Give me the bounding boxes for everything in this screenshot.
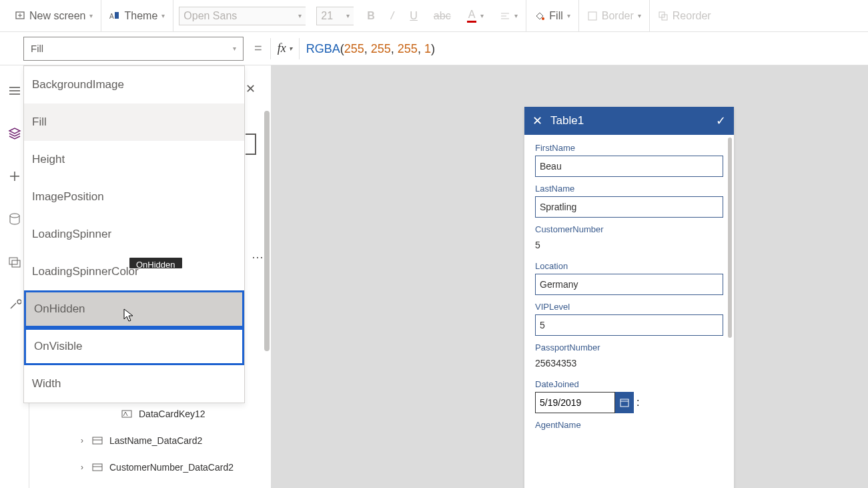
field-lastname: LastName (535, 184, 723, 218)
time-separator: : (634, 397, 639, 409)
new-screen-label: New screen (29, 10, 85, 22)
new-screen-icon (15, 11, 25, 21)
location-input[interactable] (535, 274, 723, 295)
fill-button[interactable]: Fill ▾ (526, 0, 578, 31)
field-datejoined: DateJoined : (535, 379, 723, 413)
reorder-button[interactable]: Reorder (650, 0, 719, 31)
formula-bar: Fill ▾ = fx ▾ RGBA(255, 255, 255, 1) (0, 32, 868, 65)
insert-icon[interactable] (8, 170, 21, 183)
dropdown-item-loadingspinner[interactable]: LoadingSpinner (24, 216, 244, 253)
field-customernumber: CustomerNumber 5 (535, 224, 723, 254)
top-toolbar: New screen ▾ A Theme ▾ Open Sans ▾ 21 ▾ … (0, 0, 868, 32)
font-name: Open Sans (183, 10, 237, 22)
chevron-right-icon: › (79, 463, 85, 472)
tree-view-icon[interactable] (8, 127, 21, 140)
lastname-input[interactable] (535, 196, 723, 218)
media-icon[interactable] (8, 255, 21, 268)
svg-point-8 (542, 17, 544, 20)
datejoined-label: DateJoined (535, 379, 723, 389)
calendar-icon[interactable] (615, 392, 634, 413)
chevron-down-icon: ▾ (89, 12, 93, 19)
svg-rect-19 (12, 260, 20, 267)
chevron-down-icon: ▾ (346, 12, 350, 19)
theme-button[interactable]: A Theme ▾ (101, 0, 173, 31)
dropdown-item-fill[interactable]: Fill (24, 103, 244, 141)
italic-button[interactable]: / (383, 0, 402, 31)
dropdown-item-backgroundimage[interactable]: BackgroundImage (24, 66, 244, 103)
canvas: ✕ Table1 ✓ FirstName LastName CustomerNu… (271, 65, 868, 488)
strike-button[interactable]: abc (426, 0, 459, 31)
tools-icon[interactable] (8, 298, 21, 311)
field-passport: PassportNumber 25634353 (535, 342, 723, 373)
font-size-select[interactable]: 21 ▾ (316, 7, 354, 25)
form-title: Table1 (542, 114, 716, 128)
lastname-label: LastName (535, 184, 723, 194)
svg-point-17 (10, 214, 19, 218)
reorder-label: Reorder (673, 10, 711, 22)
font-size: 21 (321, 10, 333, 22)
property-dropdown: BackgroundImage Fill Height ImagePositio… (23, 65, 245, 403)
border-button[interactable]: Border ▾ (579, 0, 650, 31)
formula-input[interactable]: RGBA(255, 255, 255, 1) (306, 41, 435, 56)
close-panel-icon[interactable]: ✕ (246, 81, 256, 96)
form-header: ✕ Table1 ✓ (524, 107, 734, 135)
property-selector[interactable]: Fill ▾ (23, 37, 244, 61)
search-box-stub (246, 134, 256, 155)
submit-icon[interactable]: ✓ (716, 113, 726, 128)
phone-preview: ✕ Table1 ✓ FirstName LastName CustomerNu… (524, 107, 734, 488)
font-color-button[interactable]: A▾ (459, 0, 492, 31)
field-viplevel: VIPLevel (535, 302, 723, 336)
dropdown-item-width[interactable]: Width (24, 365, 244, 403)
passport-label: PassportNumber (535, 342, 723, 352)
border-icon (587, 11, 598, 21)
card-icon (92, 462, 103, 473)
panel-scrollbar[interactable] (264, 67, 270, 487)
tree-item-lastname-datacard[interactable]: › LastName_DataCard2 (79, 427, 259, 454)
new-screen-button[interactable]: New screen ▾ (7, 0, 101, 31)
viplevel-input[interactable] (535, 314, 723, 336)
svg-rect-4 (115, 12, 119, 19)
equals-sign: = (254, 41, 262, 56)
datejoined-input[interactable] (535, 392, 615, 413)
dropdown-item-onvisible[interactable]: OnVisible (24, 328, 244, 365)
chevron-down-icon: ▾ (161, 12, 165, 19)
field-location: Location (535, 261, 723, 295)
field-agentname: AgentName (535, 420, 723, 430)
cancel-icon[interactable]: ✕ (532, 113, 542, 128)
underline-button[interactable]: U (402, 0, 426, 31)
more-icon[interactable]: ⋯ (252, 250, 265, 264)
fx-button[interactable]: fx ▾ (278, 41, 292, 55)
chevron-right-icon: › (79, 436, 85, 445)
passport-value: 25634353 (535, 355, 723, 373)
firstname-label: FirstName (535, 143, 723, 153)
location-label: Location (535, 261, 723, 271)
hamburger-icon[interactable] (8, 84, 21, 97)
border-label: Border (602, 10, 634, 22)
bold-button[interactable]: B (359, 0, 383, 31)
theme-icon: A (109, 11, 120, 21)
dropdown-item-imageposition[interactable]: ImagePosition (24, 178, 244, 216)
chevron-down-icon: ▾ (298, 12, 302, 19)
font-select[interactable]: Open Sans ▾ (179, 7, 306, 25)
card-icon (92, 435, 103, 446)
svg-rect-23 (93, 464, 102, 471)
align-icon (500, 11, 510, 21)
theme-label: Theme (124, 10, 157, 22)
tree-item-datacardkey12[interactable]: DataCardKey12 (79, 401, 259, 427)
align-button[interactable]: ▾ (492, 0, 526, 31)
chevron-down-icon: ▾ (233, 45, 236, 52)
dropdown-item-onhidden[interactable]: OnHidden (24, 290, 244, 328)
firstname-input[interactable] (535, 156, 723, 177)
tooltip: OnHidden (129, 258, 182, 268)
agentname-label: AgentName (535, 420, 723, 430)
dropdown-item-height[interactable]: Height (24, 141, 244, 178)
property-selector-value: Fill (31, 43, 43, 54)
form-scrollbar[interactable] (728, 138, 732, 338)
fill-icon (534, 11, 545, 21)
chevron-down-icon: ▾ (567, 12, 570, 19)
tree-item-customernumber-datacard[interactable]: › CustomerNumber_DataCard2 (79, 454, 259, 481)
reorder-icon (658, 11, 669, 21)
fill-label: Fill (549, 10, 562, 22)
customernumber-value: 5 (535, 237, 723, 254)
data-icon[interactable] (8, 212, 21, 226)
